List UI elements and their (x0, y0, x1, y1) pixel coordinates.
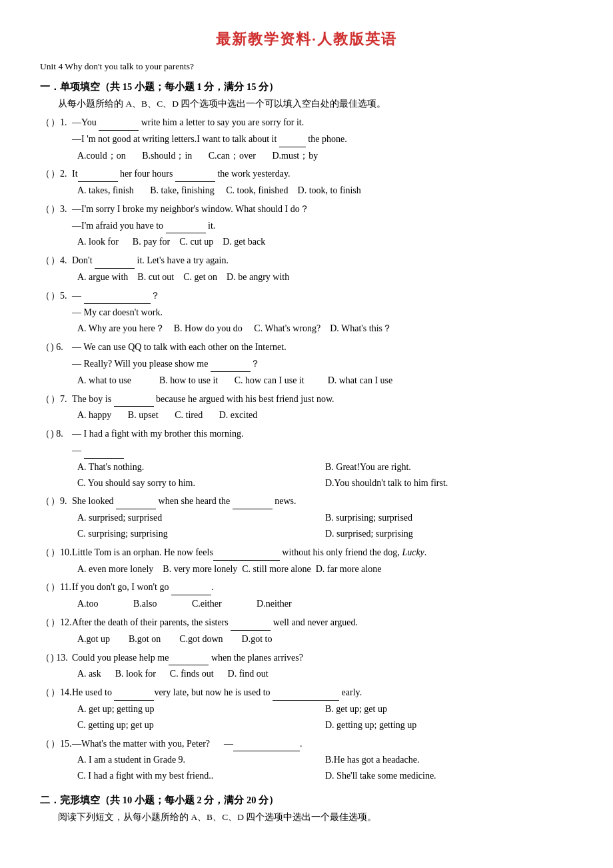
page-title: 最新教学资料·人教版英语 (40, 27, 573, 51)
section1-instruction: 从每小题所给的 A、B、C、D 四个选项中选出一个可以填入空白处的最佳选项。 (58, 97, 573, 112)
question-10: （ ）10. Little Tom is an orphan. He now f… (40, 545, 573, 577)
question-15: （ ）15. —What's the matter with you, Pete… (40, 736, 573, 784)
question-4: （ ）4. Don't it. Let's have a try again. … (40, 253, 573, 285)
section2-instruction: 阅读下列短文，从每小题所给的 A、B、C、D 四个选项中选出一个最佳选项。 (58, 810, 573, 825)
question-7: （ ）7. The boy is because he argued with … (40, 391, 573, 424)
question-1: （ ）1. —You write him a letter to say you… (40, 115, 573, 163)
question-9: （ ）9. She looked when she heard the news… (40, 493, 573, 541)
question-11: （ ）11. If you don't go, I won't go . A.t… (40, 579, 573, 612)
question-3: （ ）3. —I'm sorry I broke my neighbor's w… (40, 201, 573, 250)
question-12: （ ）12. After the death of their parents,… (40, 615, 573, 647)
section1-header: 一．单项填空（共 15 小题；每小题 1 分，满分 15 分） (40, 79, 573, 95)
question-5: （ ）5. — ？ — My car doesn't work. A. Why … (40, 288, 573, 337)
section2-header: 二．完形填空（共 10 小题；每小题 2 分，满分 20 分） (40, 792, 573, 809)
question-2: （ ）2. It her four hours the work yesterd… (40, 166, 573, 199)
question-14: （ ）14. He used to very late, but now he … (40, 685, 573, 733)
question-13: （ ) 13. Could you please help me when th… (40, 650, 573, 683)
question-6: （ ) 6. — We can use QQ to talk with each… (40, 339, 573, 388)
unit-line: Unit 4 Why don't you talk to your parent… (40, 59, 573, 75)
question-8: （ ) 8. — I had a fight with my brother t… (40, 426, 573, 491)
